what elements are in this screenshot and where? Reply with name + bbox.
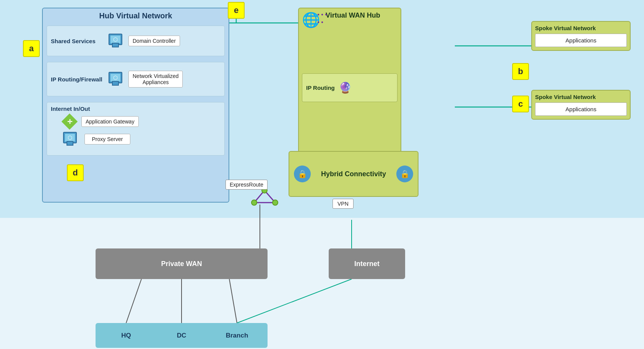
internet-inout-section: Internet In/Out ✛ Application Gateway ⬡ [47,102,225,156]
spoke-top-apps: Applications [535,34,627,47]
purple-dots-2: ● ● [317,20,323,24]
proxy-server-row: ⬡ Proxy Server [62,132,221,146]
app-gateway-icon: ✛ [62,114,77,129]
internet-box: Internet [329,248,405,279]
shared-services-label: Shared Services [51,38,106,44]
vwan-routing-label: IP Routing [306,84,335,91]
ip-routing-firewall-section: IP Routing/Firewall ⬡ Network Virtualize… [47,62,225,96]
hq-terminal: HQ [96,323,157,348]
app-gateway-row: ✛ Application Gateway [62,114,221,129]
label-e: e [228,2,245,19]
spoke-vnet-bottom-title: Spoke Virtual Network [535,94,627,100]
label-b: b [512,63,529,80]
cube-icon: ⬡ [113,36,118,42]
routing-icon: 🔮 [339,81,352,94]
vpn-label: VPN [333,199,354,209]
expressroute-label: ExpressRoute [225,180,268,190]
spoke-vnet-top: Spoke Virtual Network Applications [531,21,631,51]
spoke-bottom-apps: Applications [535,102,627,116]
internet-inout-label: Internet In/Out [51,106,106,112]
cross-icon: ✛ [67,118,72,125]
application-gateway-box: Application Gateway [81,116,139,127]
domain-controller-box: Domain Controller [128,36,180,46]
proxy-icon: ⬡ [63,132,79,146]
proxy-server-box: Proxy Server [84,134,130,144]
hybrid-connectivity: 🔒 Hybrid Connectivity 🔒 [289,151,419,197]
cube-icon-2: ⬡ [113,75,118,81]
spoke-vnet-top-title: Spoke Virtual Network [535,25,627,31]
lock-icon-left: 🔒 [298,169,307,179]
vwan-routing-section: IP Routing 🔮 [302,73,397,102]
hybrid-conn-title: Hybrid Connectivity [315,170,393,178]
hub-vnet-title: Hub Virtual Network [43,8,229,23]
shared-services-icon: ⬡ [109,34,122,45]
purple-dots: ● ● ● [317,12,327,16]
lock-arrows-right: 🔒 [396,166,413,182]
dc-terminal: DC [151,323,212,348]
private-wan-box: Private WAN [96,248,268,279]
ip-routing-firewall-label: IP Routing/Firewall [51,76,106,83]
label-d: d [67,164,84,181]
shared-services-section: Shared Services ⬡ Domain Controller [47,26,225,56]
network-appliance-icon: ⬡ [109,72,122,83]
spoke-vnet-bottom: Spoke Virtual Network Applications [531,90,631,120]
hybrid-conn-text: Hybrid Connectivity [315,170,393,178]
label-c: c [512,96,529,112]
branch-terminal: Branch [206,323,268,348]
label-a: a [23,40,40,57]
lock-arrows-left: 🔒 [294,166,311,182]
network-virtualized-appliances-box: Network VirtualizedAppliances [128,71,183,88]
lock-icon-right: 🔒 [400,169,410,179]
